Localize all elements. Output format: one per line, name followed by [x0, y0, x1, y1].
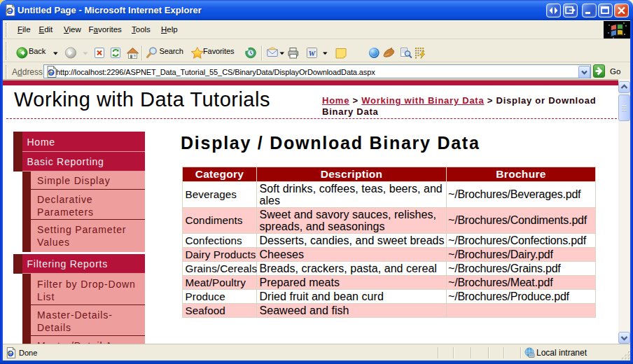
svg-text:W: W — [309, 49, 316, 57]
